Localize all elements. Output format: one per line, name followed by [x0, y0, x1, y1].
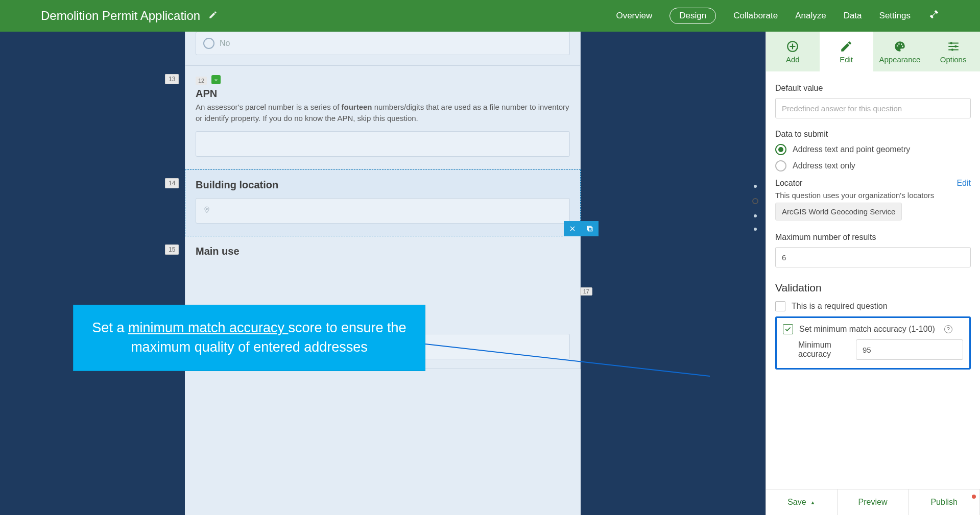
locator-description: This question uses your organization's l… — [775, 191, 971, 200]
address-input-preview[interactable] — [196, 198, 570, 224]
nav-data[interactable]: Data — [844, 11, 862, 21]
svg-point-0 — [206, 208, 208, 209]
caret-up-icon: ▲ — [810, 500, 816, 505]
selection-toolbar — [564, 221, 599, 236]
min-match-checkbox-row[interactable]: Set minimum match accuracy (1-100) ? — [783, 324, 963, 334]
form-canvas-area: No 13 12 APN An assessor's parcel number… — [0, 32, 766, 515]
question-title: APN — [196, 88, 570, 100]
data-submit-label: Data to submit — [775, 130, 971, 139]
nav-collaborate[interactable]: Collaborate — [733, 11, 778, 21]
properties-panel: Add Edit Appearance Options Default valu… — [766, 32, 980, 515]
nav-overview[interactable]: Overview — [616, 11, 652, 21]
page-dot[interactable] — [754, 228, 757, 231]
svg-rect-2 — [587, 226, 591, 230]
svg-line-3 — [425, 344, 710, 376]
min-match-focus-box: Set minimum match accuracy (1-100) ? Min… — [775, 316, 971, 370]
radio-option-no[interactable]: No — [196, 32, 570, 55]
panel-tab-appearance[interactable]: Appearance — [873, 32, 927, 71]
app-header: Demolition Permit Application Overview D… — [0, 0, 980, 32]
page-dot-active[interactable] — [752, 198, 758, 204]
radio-icon — [775, 144, 786, 155]
question-card[interactable]: No — [185, 32, 581, 66]
locator-label: Locator — [775, 179, 802, 188]
radio-label: No — [220, 39, 230, 48]
svg-point-10 — [954, 45, 957, 47]
default-value-label: Default value — [775, 84, 971, 93]
data-submit-option-1[interactable]: Address text and point geometry — [775, 144, 971, 155]
question-card-apn[interactable]: 13 12 APN An assessor's parcel number is… — [185, 66, 581, 169]
panel-tab-add[interactable]: Add — [766, 32, 820, 71]
panel-tabs: Add Edit Appearance Options — [766, 32, 980, 71]
question-title: Building location — [196, 179, 570, 191]
edit-title-icon[interactable] — [208, 10, 218, 21]
page-dots — [752, 185, 758, 231]
row-number: 14 — [165, 178, 179, 188]
tutorial-callout: Set a minimum match accuracy score to en… — [73, 305, 425, 371]
svg-rect-1 — [588, 227, 592, 231]
callout-pointer — [424, 330, 781, 432]
svg-point-9 — [950, 42, 952, 44]
data-submit-option-2[interactable]: Address text only — [775, 160, 971, 171]
min-accuracy-input[interactable] — [856, 339, 963, 360]
question-number-badge: 12 — [196, 77, 207, 85]
svg-point-5 — [897, 45, 898, 46]
radio-icon — [203, 38, 214, 49]
validation-heading: Validation — [775, 282, 971, 294]
question-description: An assessor's parcel number is a series … — [196, 102, 570, 124]
svg-point-8 — [902, 45, 903, 47]
rule-icon[interactable] — [211, 75, 221, 84]
default-value-input[interactable] — [775, 98, 971, 118]
svg-point-11 — [951, 48, 953, 51]
checkbox-icon — [775, 301, 785, 311]
help-icon[interactable]: ? — [944, 325, 952, 333]
primary-nav: Overview Design Collaborate Analyze Data… — [616, 8, 939, 24]
nav-design[interactable]: Design — [670, 8, 716, 24]
save-button[interactable]: Save▲ — [766, 489, 838, 515]
locator-edit-link[interactable]: Edit — [957, 179, 971, 188]
duplicate-question-button[interactable] — [581, 221, 599, 236]
locator-chip: ArcGIS World Geocoding Service — [775, 203, 902, 220]
panel-tab-edit[interactable]: Edit — [820, 32, 873, 71]
app-title: Demolition Permit Application — [41, 9, 200, 23]
max-results-input[interactable] — [775, 247, 971, 267]
svg-point-6 — [898, 43, 900, 44]
form-canvas: No 13 12 APN An assessor's parcel number… — [185, 32, 581, 515]
notification-dot-icon — [972, 495, 976, 499]
radio-icon — [775, 160, 786, 171]
panel-tab-options[interactable]: Options — [926, 32, 980, 71]
panel-footer: Save▲ Preview Publish — [766, 489, 980, 515]
location-pin-icon — [203, 205, 210, 216]
question-title: Main use — [196, 246, 570, 257]
question-card-building-location[interactable]: 14 Building location — [185, 169, 581, 236]
row-number: 13 — [165, 74, 179, 84]
nav-settings[interactable]: Settings — [879, 11, 911, 21]
tools-icon[interactable] — [928, 9, 939, 23]
required-checkbox-row[interactable]: This is a required question — [775, 301, 971, 311]
publish-button[interactable]: Publish — [909, 489, 980, 515]
max-results-label: Maximum number of results — [775, 233, 971, 242]
text-input-preview[interactable] — [196, 131, 570, 157]
min-accuracy-label: Minimum accuracy — [798, 340, 849, 359]
preview-button[interactable]: Preview — [838, 489, 909, 515]
checkbox-icon — [783, 324, 793, 334]
row-tag: 17 — [580, 287, 592, 296]
page-dot[interactable] — [754, 214, 757, 217]
page-dot[interactable] — [754, 185, 757, 188]
svg-point-7 — [901, 43, 902, 45]
nav-analyze[interactable]: Analyze — [795, 11, 826, 21]
delete-question-button[interactable] — [564, 221, 581, 236]
row-number: 15 — [165, 244, 179, 255]
